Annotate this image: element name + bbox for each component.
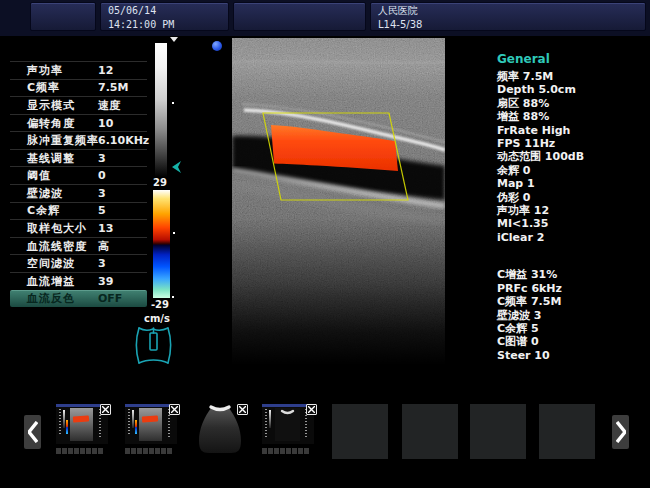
- color-doppler-bar: [153, 190, 170, 298]
- readout-panel: General 频率 7.5MDepth 5.0cm扇区 88%增益 88%Fr…: [497, 52, 647, 362]
- velocity-min-label: -29: [144, 299, 176, 310]
- operator-field: [233, 2, 366, 31]
- parameter-row[interactable]: 取样包大小 13: [10, 219, 147, 237]
- parameter-row[interactable]: 阈值 0: [10, 166, 147, 184]
- close-thumbnail-button[interactable]: [237, 404, 248, 415]
- parameter-label: 血流增益: [27, 274, 75, 289]
- parameter-label: 血流反色: [27, 291, 75, 306]
- parameter-value: 5: [98, 204, 106, 217]
- empty-thumbnail-slot: [470, 404, 526, 459]
- time-text: 14:21:00 PM: [108, 18, 221, 32]
- parameter-value: 3: [98, 152, 106, 165]
- parameter-value: 速度: [98, 98, 120, 113]
- b-mode-readout-line: MI<1.35: [497, 217, 647, 230]
- datetime-field: 05/06/14 14:21:00 PM: [100, 2, 229, 31]
- parameter-row[interactable]: 显示模式 速度: [10, 96, 147, 114]
- color-mode-readout-line: Steer 10: [497, 349, 647, 362]
- parameter-label: 血流线密度: [27, 239, 87, 254]
- top-status-bar: 05/06/14 14:21:00 PM 人民医院 L14-5/38: [0, 0, 650, 36]
- hospital-name: 人民医院: [378, 4, 638, 18]
- parameter-value: 13: [98, 222, 113, 235]
- parameter-row[interactable]: 血流反色 OFF: [10, 290, 147, 308]
- color-mode-readout-line: C频率 7.5M: [497, 295, 647, 308]
- parameter-label: C余辉: [27, 203, 60, 218]
- parameter-row[interactable]: 偏转角度 10: [10, 114, 147, 132]
- parameter-panel: 声功率 12 C频率 7.5M 显示模式 速度 偏转角度 10 脉冲重复频率 6…: [10, 61, 147, 307]
- parameter-row[interactable]: 壁滤波 3: [10, 184, 147, 202]
- b-mode-readout-line: iClear 2: [497, 231, 647, 244]
- body-marker-icon: [131, 321, 175, 369]
- parameter-label: 显示模式: [27, 98, 75, 113]
- close-icon: [308, 406, 315, 413]
- scale-dot: [172, 102, 174, 104]
- b-mode-readout-line: 声功率 12: [497, 204, 647, 217]
- close-thumbnail-button[interactable]: [169, 404, 180, 415]
- chevron-left-icon: [28, 421, 38, 443]
- thumb-text-specks: [265, 409, 267, 437]
- thumb-bmode: [70, 408, 93, 441]
- thumb-ministrip: [56, 448, 108, 455]
- b-mode-readout-line: 频率 7.5M: [497, 70, 647, 83]
- b-mode-readout-line: 伪彩 0: [497, 191, 647, 204]
- parameter-value: OFF: [98, 292, 122, 305]
- parameter-row[interactable]: C频率 7.5M: [10, 79, 147, 97]
- b-mode-readout-line: 动态范围 100dB: [497, 150, 647, 163]
- parameter-row[interactable]: 空间滤波 3: [10, 254, 147, 272]
- close-icon: [171, 406, 178, 413]
- scale-dot: [172, 296, 174, 298]
- thumb-graybar: [269, 410, 271, 428]
- b-mode-readout-line: FPS 11Hz: [497, 137, 647, 150]
- scroll-right-button[interactable]: [612, 415, 629, 449]
- color-mode-readout-line: C增益 31%: [497, 268, 647, 281]
- color-mode-readout-line: 壁滤波 3: [497, 309, 647, 322]
- parameter-value: 10: [98, 117, 113, 130]
- b-mode-readout-line: Depth 5.0cm: [497, 83, 647, 96]
- parameter-label: 脉冲重复频率: [27, 133, 99, 148]
- close-thumbnail-button[interactable]: [306, 404, 317, 415]
- parameter-row[interactable]: 声功率 12: [10, 61, 147, 79]
- velocity-max-label: 29: [144, 177, 176, 188]
- scroll-left-button[interactable]: [24, 415, 41, 449]
- thumb-colorbar: [66, 420, 68, 434]
- close-icon: [239, 406, 246, 413]
- parameter-label: 阈值: [27, 168, 51, 183]
- orientation-marker-icon: [212, 41, 222, 51]
- parameter-row[interactable]: 血流增益 39: [10, 272, 147, 290]
- b-mode-readout-line: 增益 88%: [497, 110, 647, 123]
- thumb-ministrip: [125, 448, 177, 455]
- ultrasound-image[interactable]: [232, 38, 445, 365]
- focus-arrow-icon: [172, 161, 181, 173]
- parameter-row[interactable]: 脉冲重复频率 6.10KHz: [10, 131, 147, 149]
- parameter-value: 12: [98, 64, 113, 77]
- parameter-row[interactable]: C余辉 5: [10, 202, 147, 220]
- readout-title: General: [497, 52, 647, 66]
- parameter-value: 39: [98, 275, 113, 288]
- parameter-label: 空间滤波: [27, 256, 75, 271]
- parameter-label: 壁滤波: [27, 186, 63, 201]
- chevron-right-icon: [616, 421, 626, 443]
- thumb-graybar: [132, 410, 134, 428]
- parameter-row[interactable]: 基线调整 3: [10, 149, 147, 167]
- parameter-label: C频率: [27, 80, 60, 95]
- parameter-label: 声功率: [27, 63, 63, 78]
- hospital-probe-field: 人民医院 L14-5/38: [370, 2, 646, 31]
- color-mode-readout-line: C余辉 5: [497, 322, 647, 335]
- thumb-bmode: [139, 408, 162, 441]
- b-mode-readout-line: 余辉 0: [497, 164, 647, 177]
- parameter-label: 偏转角度: [27, 116, 75, 131]
- color-mode-readout-line: C图谱 0: [497, 335, 647, 348]
- parameter-value: 3: [98, 257, 106, 270]
- thumb-graybar: [63, 410, 65, 428]
- b-mode-readout-line: 扇区 88%: [497, 97, 647, 110]
- parameter-row[interactable]: 血流线密度 高: [10, 237, 147, 255]
- close-icon: [102, 406, 109, 413]
- probe-model: L14-5/38: [378, 18, 638, 32]
- date-text: 05/06/14: [108, 4, 221, 18]
- empty-thumbnail-slot: [402, 404, 458, 459]
- parameter-value: 3: [98, 187, 106, 200]
- empty-thumbnail-slot: [332, 404, 388, 459]
- parameter-label: 取样包大小: [27, 221, 87, 236]
- thumb-ministrip: [262, 448, 314, 455]
- scale-top-marker-icon: [170, 37, 178, 42]
- close-thumbnail-button[interactable]: [100, 404, 111, 415]
